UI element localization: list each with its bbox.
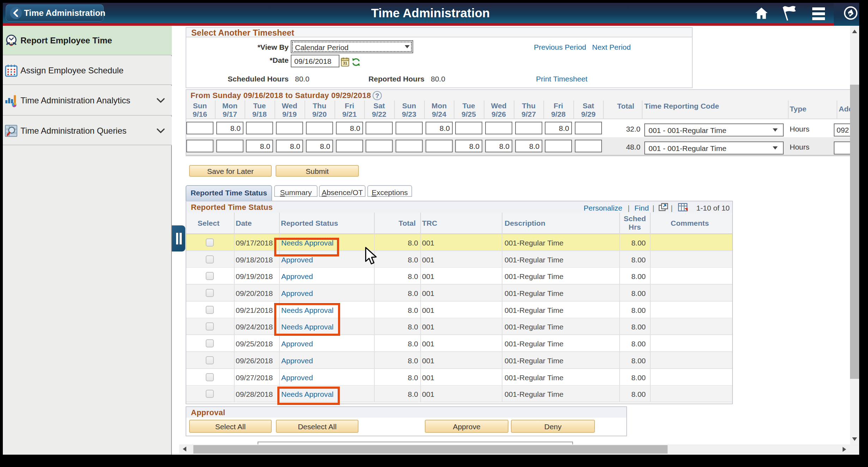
svg-text:31: 31 — [343, 61, 347, 65]
